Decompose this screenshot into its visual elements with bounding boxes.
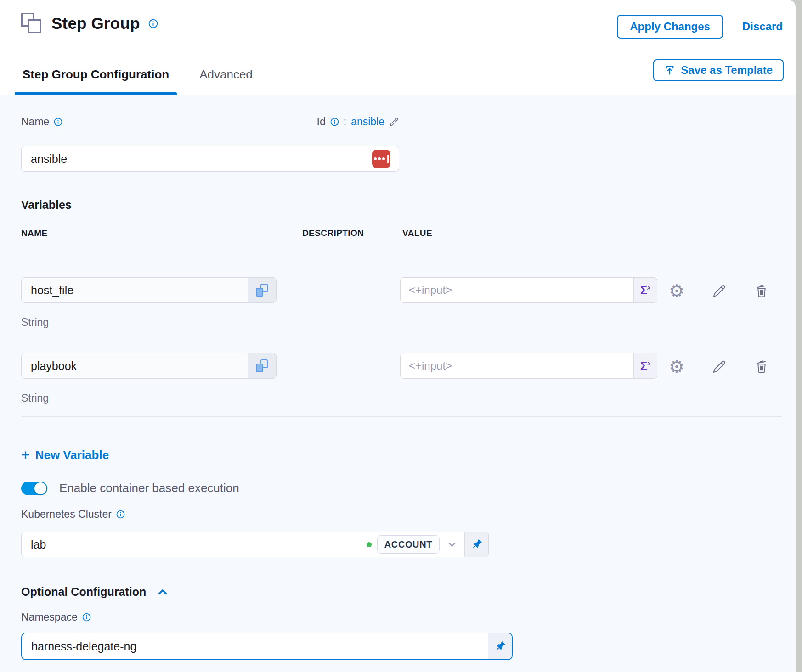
upload-icon: [664, 65, 675, 76]
pencil-icon: [712, 284, 727, 298]
copy-icon: [256, 284, 268, 297]
id-value: ansible: [351, 116, 384, 128]
expression-button[interactable]: Σx: [633, 353, 657, 378]
save-as-template-button[interactable]: Save as Template: [653, 59, 784, 81]
variable-delete-button[interactable]: [751, 281, 772, 301]
column-header-name: NAME: [21, 228, 48, 238]
column-header-description: DESCRIPTION: [302, 228, 364, 238]
id-label: Id: [317, 116, 326, 128]
table-row-variable-name: [21, 353, 277, 379]
gear-icon: ⚙: [669, 282, 684, 300]
tab-advanced[interactable]: Advanced: [192, 54, 260, 95]
chevron-down-icon: [446, 538, 458, 550]
page-title: Step Group: [51, 14, 140, 33]
container-execution-toggle[interactable]: [21, 482, 47, 495]
optional-configuration-heading: Optional Configuration: [21, 585, 146, 599]
configuration-form: Name Id : ansible: [0, 95, 796, 672]
info-icon[interactable]: [82, 613, 91, 622]
container-execution-label: Enable container based execution: [59, 481, 239, 495]
cluster-dropdown-toggle[interactable]: [440, 538, 464, 550]
tab-bar: Step Group Configuration Advanced Save a…: [0, 54, 796, 95]
kubernetes-cluster-value: lab: [22, 538, 367, 551]
info-icon[interactable]: [54, 118, 62, 126]
new-variable-label: New Variable: [35, 448, 109, 462]
trash-icon: [754, 359, 769, 374]
namespace-label: Namespace: [21, 611, 78, 623]
expression-button[interactable]: Σx: [633, 278, 657, 302]
step-group-drawer: Step Group Apply Changes Discard Step Gr…: [0, 0, 796, 672]
step-group-icon: [21, 12, 43, 35]
variable-settings-button[interactable]: ⚙: [666, 281, 687, 301]
kubernetes-cluster-label: Kubernetes Cluster: [21, 508, 112, 521]
discard-button[interactable]: Discard: [742, 20, 783, 33]
pin-icon: [494, 640, 506, 652]
drawer-header: Step Group Apply Changes Discard: [0, 0, 796, 54]
id-separator: :: [344, 116, 346, 128]
variable-edit-button[interactable]: [709, 357, 729, 377]
new-variable-button[interactable]: + New Variable: [21, 448, 109, 462]
sigma-icon: Σx: [640, 359, 651, 373]
namespace-input-wrap: [21, 633, 513, 660]
copy-button[interactable]: [248, 353, 276, 378]
namespace-input[interactable]: [22, 633, 488, 659]
divider: [21, 416, 782, 417]
variable-name-input[interactable]: [22, 353, 248, 378]
name-input[interactable]: [22, 146, 372, 171]
column-header-value: VALUE: [402, 228, 432, 238]
optional-configuration-toggle[interactable]: Optional Configuration: [21, 585, 169, 599]
sigma-icon: Σx: [640, 283, 651, 297]
tab-step-group-configuration[interactable]: Step Group Configuration: [15, 54, 177, 95]
trash-icon: [754, 284, 769, 298]
variable-type-label: String: [21, 316, 49, 329]
gear-icon: ⚙: [669, 358, 684, 375]
connector-status-dot: [367, 542, 372, 547]
chevron-up-icon: [156, 586, 169, 599]
pencil-icon: [712, 359, 727, 374]
lastpass-autofill-icon[interactable]: [372, 150, 390, 168]
variable-edit-button[interactable]: [709, 281, 729, 301]
name-input-wrap: [21, 146, 399, 172]
variable-delete-button[interactable]: [751, 357, 772, 377]
scope-badge: ACCOUNT: [377, 535, 440, 554]
edit-id-pencil-icon[interactable]: [389, 117, 399, 127]
plus-icon: +: [21, 448, 30, 462]
copy-icon: [256, 359, 268, 372]
apply-changes-label: Apply Changes: [630, 20, 710, 33]
variable-value-input[interactable]: [401, 353, 633, 378]
info-icon[interactable]: [330, 118, 339, 126]
name-label: Name: [21, 116, 49, 128]
kubernetes-cluster-select[interactable]: lab ACCOUNT: [21, 532, 489, 557]
variable-value-wrap: Σx: [400, 353, 657, 379]
variable-value-input[interactable]: [401, 278, 633, 302]
save-as-template-label: Save as Template: [681, 64, 773, 77]
info-icon[interactable]: [116, 510, 125, 519]
variable-type-label: String: [21, 392, 49, 404]
pin-namespace-button[interactable]: [488, 633, 512, 659]
tab-configuration-label: Step Group Configuration: [23, 67, 169, 82]
pin-cluster-button[interactable]: [464, 532, 488, 557]
variable-name-input[interactable]: [22, 278, 248, 302]
variables-heading: Variables: [21, 198, 72, 212]
variable-value-wrap: Σx: [400, 277, 657, 303]
tab-advanced-label: Advanced: [199, 67, 253, 82]
divider: [21, 255, 782, 255]
apply-changes-button[interactable]: Apply Changes: [617, 15, 723, 39]
info-icon[interactable]: [148, 19, 158, 28]
pin-icon: [471, 538, 483, 550]
table-row-variable-name: [21, 277, 277, 303]
copy-button[interactable]: [248, 278, 276, 302]
variable-settings-button[interactable]: ⚙: [666, 357, 687, 377]
